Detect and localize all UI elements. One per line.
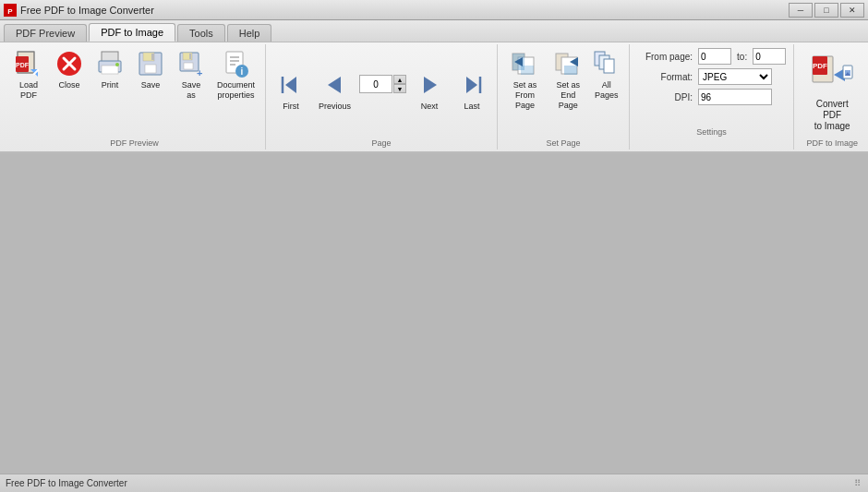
all-pages-button[interactable]: AllPages	[590, 46, 623, 103]
page-input-wrapper: ▲ ▼	[359, 75, 406, 93]
settings-section-label: Settings	[637, 127, 786, 137]
print-label: Print	[102, 80, 119, 90]
page-number-input[interactable]	[359, 75, 392, 93]
window-controls: ─ □ ✕	[789, 3, 864, 18]
svg-marker-33	[424, 77, 437, 93]
document-properties-icon: i	[222, 49, 251, 78]
load-pdf-icon: PDF	[14, 49, 43, 78]
last-label: Last	[464, 102, 480, 112]
close-button[interactable]: ✕	[840, 3, 864, 18]
page-input-area: ▲ ▼	[359, 75, 406, 106]
svg-marker-31	[285, 77, 296, 93]
tabs-bar: PDF Preview PDF to Image Tools Help	[0, 20, 868, 42]
svg-marker-32	[328, 77, 341, 93]
print-button[interactable]: Print	[90, 46, 129, 93]
to-label: to:	[737, 52, 747, 62]
status-text: Free PDF to Image Converter	[6, 478, 127, 488]
set-end-page-icon	[553, 49, 583, 78]
svg-rect-18	[151, 54, 154, 60]
set-from-page-label: Set asFrom Page	[508, 80, 542, 110]
svg-rect-11	[102, 52, 118, 62]
first-icon	[276, 70, 306, 100]
tab-tools[interactable]: Tools	[177, 24, 225, 42]
from-page-label: From page:	[637, 52, 693, 62]
tab-help[interactable]: Help	[227, 24, 272, 42]
convert-section-label: PDF to Image	[794, 138, 868, 148]
load-pdf-label: LoadPDF	[19, 80, 38, 101]
save-icon	[136, 49, 165, 78]
convert-pdf-button[interactable]: PDF Convert PDFto Image	[802, 48, 862, 137]
ribbon-section-page-label: Page	[266, 138, 497, 148]
svg-point-14	[115, 63, 119, 66]
svg-rect-13	[102, 66, 118, 74]
next-button[interactable]: Next	[410, 67, 449, 114]
ribbon-section-settings: From page: to: Format: JPEG PNG BMP TIFF…	[630, 44, 794, 150]
first-label: First	[283, 102, 299, 112]
ribbon-buttons-page: First Previous ▲ ▼	[271, 46, 491, 148]
ribbon-section-set-page: Set asFrom Page Set asEnd Page	[498, 44, 630, 150]
from-page-row: From page: to:	[637, 48, 786, 65]
save-as-label: Saveas	[182, 80, 201, 101]
page-spin-col: ▲ ▼	[393, 75, 406, 93]
next-label: Next	[421, 102, 439, 112]
save-label: Save	[141, 80, 161, 90]
save-button[interactable]: Save	[131, 46, 170, 93]
set-from-page-icon	[510, 49, 539, 78]
all-pages-label: AllPages	[595, 80, 619, 101]
set-end-page-button[interactable]: Set asEnd Page	[549, 46, 588, 113]
svg-rect-47	[604, 59, 614, 73]
load-pdf-button[interactable]: PDF LoadPDF	[9, 46, 48, 103]
svg-text:PDF: PDF	[16, 62, 30, 68]
ribbon: PDF LoadPDF Close	[0, 42, 868, 153]
first-button[interactable]: First	[271, 67, 310, 114]
convert-pdf-icon: PDF	[810, 53, 854, 97]
previous-button[interactable]: Previous	[314, 67, 356, 114]
tab-pdf-preview[interactable]: PDF Preview	[4, 24, 87, 42]
app-icon: P	[4, 4, 17, 17]
set-end-page-label: Set asEnd Page	[553, 80, 584, 110]
print-icon	[95, 49, 125, 78]
svg-text:PDF: PDF	[813, 62, 827, 70]
svg-text:+: +	[197, 67, 202, 78]
svg-rect-22	[189, 54, 191, 59]
svg-marker-43	[564, 66, 577, 75]
to-page-input[interactable]	[753, 48, 786, 65]
all-pages-icon	[592, 49, 621, 78]
from-page-input[interactable]	[698, 48, 731, 65]
last-button[interactable]: Last	[452, 67, 491, 114]
svg-text:P: P	[7, 7, 13, 16]
svg-rect-21	[184, 63, 193, 69]
main-content	[0, 153, 868, 474]
last-icon	[457, 70, 487, 100]
previous-label: Previous	[319, 102, 351, 112]
title-text: Free PDF to Image Converter	[20, 5, 154, 16]
page-spin-up[interactable]: ▲	[393, 75, 406, 84]
document-properties-button[interactable]: i Documentproperties	[212, 46, 259, 103]
svg-marker-35	[466, 77, 477, 93]
next-icon	[415, 70, 444, 100]
svg-text:i: i	[240, 66, 243, 77]
ribbon-buttons-set-page: Set asFrom Page Set asEnd Page	[503, 46, 623, 148]
format-row: Format: JPEG PNG BMP TIFF	[637, 68, 786, 85]
format-select[interactable]: JPEG PNG BMP TIFF	[698, 68, 772, 85]
maximize-button[interactable]: □	[814, 3, 838, 18]
close-label: Close	[58, 80, 79, 90]
status-bar: Free PDF to Image Converter ⠿	[0, 474, 868, 492]
tab-pdf-to-image[interactable]: PDF to Image	[89, 23, 175, 42]
title-bar-left: P Free PDF to Image Converter	[4, 4, 154, 17]
ribbon-buttons-pdf-preview: PDF LoadPDF Close	[9, 46, 259, 148]
ribbon-section-pdf-preview-label: PDF Preview	[4, 138, 265, 148]
dpi-label: DPI:	[637, 92, 693, 102]
set-from-page-button[interactable]: Set asFrom Page	[503, 46, 547, 113]
dpi-row: DPI:	[637, 89, 786, 105]
status-grip: ⠿	[851, 478, 862, 489]
previous-icon	[320, 70, 350, 100]
dpi-input[interactable]	[698, 89, 772, 105]
close-icon	[54, 49, 84, 78]
page-spin-down[interactable]: ▼	[393, 84, 406, 93]
ribbon-section-page: First Previous ▲ ▼	[266, 44, 498, 150]
save-as-button[interactable]: + Saveas	[172, 46, 211, 103]
close-btn[interactable]: Close	[50, 46, 89, 93]
minimize-button[interactable]: ─	[789, 3, 813, 18]
document-properties-label: Documentproperties	[217, 80, 255, 101]
